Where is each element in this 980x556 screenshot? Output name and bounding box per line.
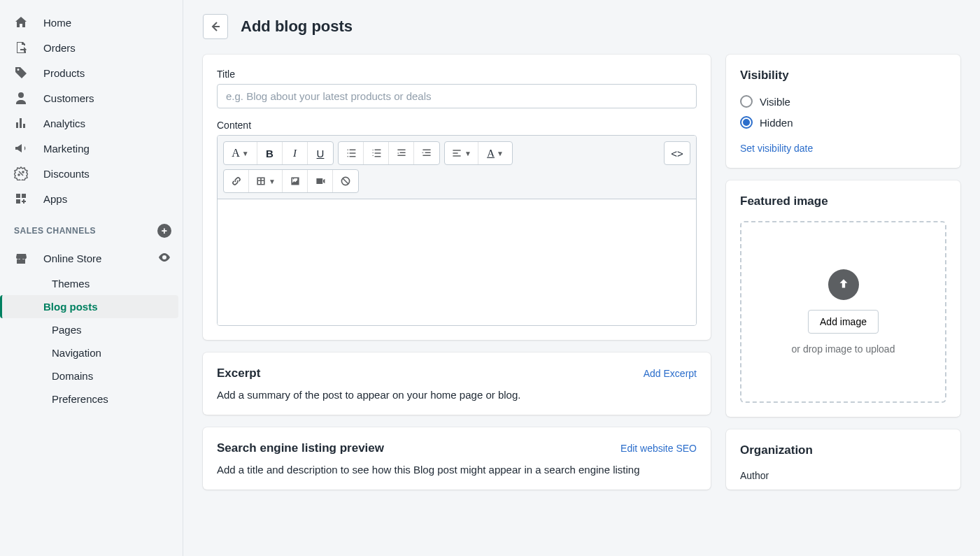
featured-image-title: Featured image [740,194,946,208]
outdent-button[interactable] [389,142,414,164]
view-store-icon[interactable] [157,250,171,266]
nav-orders[interactable]: Orders [0,35,183,60]
italic-button[interactable]: I [283,142,308,164]
bullhorn-icon [14,141,28,155]
add-image-button[interactable]: Add image [808,310,879,334]
arrow-left-icon [208,20,222,34]
add-excerpt-link[interactable]: Add Excerpt [644,368,697,379]
clear-format-button[interactable] [333,170,358,192]
html-view-button[interactable]: <> [665,142,690,164]
table-button[interactable]: ▼ [249,170,283,192]
sidebar: Home Orders Products Customers Analytics… [0,0,183,556]
add-channel-icon[interactable]: + [157,224,171,238]
subnav-navigation[interactable]: Navigation [43,341,178,364]
sales-channels-heading: SALES CHANNELS + [0,211,183,245]
excerpt-description: Add a summary of the post to appear on y… [217,389,697,401]
edit-seo-link[interactable]: Edit website SEO [620,443,697,454]
align-button[interactable]: ▼ [445,142,478,164]
featured-image-card: Featured image Add image or drop image t… [726,180,960,417]
title-label: Title [217,69,697,80]
drop-hint: or drop image to upload [792,343,895,355]
subnav-preferences[interactable]: Preferences [43,387,178,411]
main-content: Add blog posts Title Content A▼ B [183,0,980,556]
nav-marketing[interactable]: Marketing [0,136,183,161]
radio-icon [740,95,753,108]
nav-label: Apps [43,193,67,205]
image-dropzone[interactable]: Add image or drop image to upload [740,221,946,403]
visibility-title: Visibility [740,69,946,83]
person-icon [14,91,28,105]
apps-icon [14,192,28,206]
radio-label: Visible [760,96,790,108]
numbered-list-button[interactable] [364,142,389,164]
nav-online-store[interactable]: Online Store [0,245,183,272]
nav-label: Orders [43,42,76,54]
subnav-domains[interactable]: Domains [43,364,178,387]
nav-products[interactable]: Products [0,60,183,85]
nav-label: Products [43,67,85,79]
home-icon [14,15,28,29]
set-visibility-date-link[interactable]: Set visibility date [740,143,946,154]
heading-text: SALES CHANNELS [14,226,96,236]
subnav-pages[interactable]: Pages [43,318,178,341]
nav-label: Analytics [43,117,85,129]
nav-label: Marketing [43,143,90,155]
link-button[interactable] [224,170,249,192]
excerpt-card: Excerpt Add Excerpt Add a summary of the… [203,352,711,415]
content-editor-body[interactable] [218,199,696,325]
page-header: Add blog posts [203,14,960,39]
subnav-blog-posts[interactable]: Blog posts [0,295,178,318]
organization-card: Organization Author [726,429,960,490]
rich-text-editor: A▼ B I U [217,135,697,326]
author-label: Author [740,470,946,481]
upload-icon [828,269,859,300]
page-title: Add blog posts [241,17,353,36]
title-input[interactable] [217,84,697,108]
excerpt-title: Excerpt [217,366,260,380]
content-label: Content [217,120,697,131]
store-icon [14,252,28,266]
nav-apps[interactable]: Apps [0,186,183,211]
underline-button[interactable]: U [308,142,333,164]
video-button[interactable] [308,170,333,192]
analytics-icon [14,116,28,130]
tag-icon [14,66,28,80]
back-button[interactable] [203,14,228,39]
online-store-subnav: Themes Blog posts Pages Navigation Domai… [0,272,183,411]
nav-discounts[interactable]: Discounts [0,161,183,186]
visibility-hidden-radio[interactable]: Hidden [740,116,946,129]
bullet-list-button[interactable] [339,142,364,164]
seo-description: Add a title and description to see how t… [217,464,697,476]
subnav-themes[interactable]: Themes [43,272,178,295]
visibility-visible-radio[interactable]: Visible [740,95,946,108]
content-card: Title Content A▼ B I U [203,55,711,340]
nav-home[interactable]: Home [0,10,183,35]
editor-toolbar: A▼ B I U [218,136,696,199]
nav-label: Discounts [43,168,90,180]
discounts-icon [14,166,28,180]
text-color-button[interactable]: A▼ [478,142,512,164]
visibility-card: Visibility Visible Hidden Set visibility… [726,55,960,168]
organization-title: Organization [740,443,946,457]
nav-label: Customers [43,92,94,104]
radio-icon [740,116,753,129]
image-button[interactable] [283,170,308,192]
seo-title: Search engine listing preview [217,441,384,455]
radio-label: Hidden [760,117,793,129]
seo-card: Search engine listing preview Edit websi… [203,427,711,490]
nav-analytics[interactable]: Analytics [0,111,183,136]
bold-button[interactable]: B [257,142,283,164]
nav-label: Online Store [43,252,101,264]
orders-icon [14,41,28,55]
nav-label: Home [43,17,71,29]
nav-customers[interactable]: Customers [0,85,183,111]
indent-button[interactable] [414,142,439,164]
font-family-button[interactable]: A▼ [224,142,257,164]
